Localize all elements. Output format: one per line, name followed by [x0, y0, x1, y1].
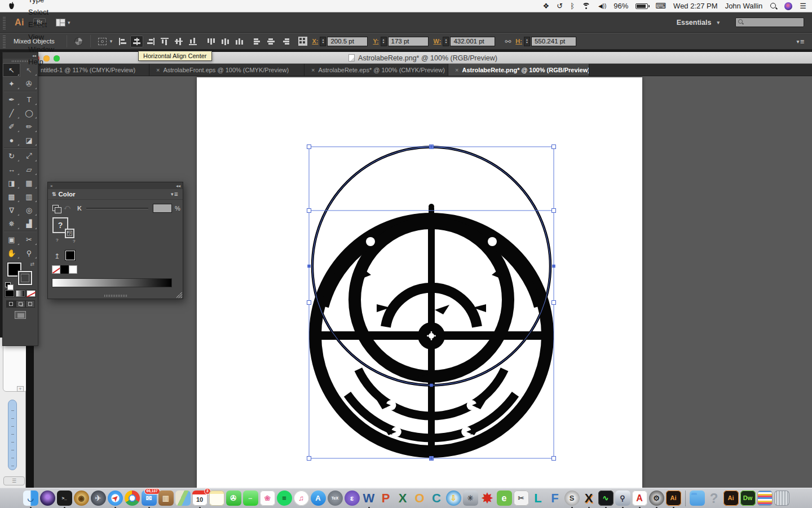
dock-illustrator[interactable]: Ai — [666, 491, 681, 506]
dock-photos[interactable]: ❀ — [260, 491, 275, 506]
dock-gear-app[interactable]: ⚙ — [649, 491, 664, 506]
document-tab-1[interactable]: ×AstrolabeFront.eps @ 100% (CMYK/Preview… — [149, 64, 304, 76]
h-input[interactable]: 550.241 pt — [531, 37, 576, 46]
dock-fusion-360[interactable]: F — [548, 491, 563, 506]
vertical-align-top-button[interactable] — [158, 36, 171, 47]
dock-evernote[interactable]: e — [497, 491, 512, 506]
app-search-box[interactable] — [735, 17, 804, 27]
dock-tex[interactable]: TeX — [328, 491, 343, 506]
menu-window[interactable]: Window — [23, 43, 67, 56]
magic-wand-tool[interactable]: ✦ — [3, 77, 20, 90]
vertical-distribute-top-button[interactable] — [205, 36, 218, 47]
h-stepper[interactable]: ▴▾ — [524, 37, 530, 46]
symbol-sprayer-tool[interactable]: ✵ — [3, 217, 20, 230]
dock-app-store[interactable]: A — [311, 491, 326, 506]
mini-fill-stroke-icon[interactable] — [52, 205, 59, 211]
x-stepper[interactable]: ▴▾ — [320, 37, 326, 46]
dock-finder[interactable]: ◡ — [23, 491, 38, 506]
hand-tool[interactable]: ✋ — [3, 246, 20, 260]
dock-trash[interactable] — [774, 491, 789, 506]
color-button[interactable] — [5, 290, 15, 297]
dock-lync[interactable]: L — [531, 491, 546, 506]
horizontal-distribute-center-button[interactable] — [265, 36, 278, 47]
slice-tool[interactable]: ✂ — [20, 233, 38, 246]
dock-notes[interactable] — [209, 491, 224, 506]
pen-tool[interactable]: ✒ — [3, 93, 20, 106]
zoom-tool[interactable]: ⚲ — [20, 246, 38, 260]
constrain-proportions-icon[interactable]: ⚯ — [505, 37, 511, 46]
vertical-align-center-button[interactable] — [173, 36, 186, 47]
artboard-tool[interactable]: ▣ — [3, 233, 20, 246]
line-segment-tool[interactable]: ╱ — [3, 106, 20, 120]
dock-scissors-app[interactable]: ✂ — [514, 491, 529, 506]
dock-screen-sharing[interactable]: ⚲ — [615, 491, 630, 506]
dock-stripes-app[interactable] — [757, 491, 773, 506]
ellipse-tool[interactable]: ◯ — [20, 106, 38, 120]
y-input[interactable]: 173 pt — [388, 37, 429, 46]
dock-maps[interactable] — [175, 491, 191, 506]
dock-sketch-s[interactable]: S — [564, 491, 580, 506]
selection-tool[interactable]: ↖ — [3, 63, 20, 77]
dock-siri[interactable] — [40, 491, 55, 506]
vertical-align-bottom-button[interactable] — [187, 36, 200, 47]
dock-launchpad[interactable]: ✈ — [91, 491, 106, 506]
current-color-swatch[interactable] — [65, 250, 76, 261]
eyedropper-tool[interactable]: ∇ — [3, 203, 20, 217]
x-input[interactable]: 200.5 pt — [327, 37, 368, 46]
last-color-icon[interactable]: ⤺ — [64, 204, 70, 211]
dock-contacts[interactable]: ▥ — [158, 491, 174, 506]
menu-effect[interactable]: Effect — [23, 19, 67, 31]
reference-point-grid-icon[interactable] — [298, 37, 307, 46]
menu-type[interactable]: Type — [23, 0, 67, 6]
dock-dreamweaver[interactable]: Dw — [740, 491, 756, 506]
dock-remote-desktop[interactable]: ✳ — [463, 491, 478, 506]
gradient-button[interactable] — [15, 290, 25, 297]
search-input[interactable] — [744, 19, 801, 26]
horizontal-distribute-right-button[interactable] — [279, 36, 292, 47]
h-label[interactable]: H: — [515, 38, 522, 45]
column-graph-tool[interactable]: ▟ — [20, 217, 38, 230]
shape-builder-tool[interactable]: ◨ — [3, 176, 20, 190]
dock-mathematica[interactable]: ✸ — [480, 491, 495, 506]
dock-terminal[interactable]: >_ — [57, 491, 72, 506]
k-value-input[interactable] — [153, 204, 172, 213]
arrange-documents-caret-icon[interactable]: ▾ — [68, 20, 70, 25]
mesh-tool[interactable]: ▩ — [3, 190, 20, 203]
document-proxy-icon[interactable] — [348, 54, 355, 62]
white-swatch[interactable] — [69, 265, 77, 274]
lasso-tool[interactable]: ✇ — [20, 77, 38, 90]
tab-close-icon[interactable]: × — [156, 67, 160, 73]
control-panel-menu-icon[interactable]: ▾≣ — [797, 38, 805, 45]
vertical-distribute-bottom-button[interactable] — [233, 36, 246, 47]
dock-excel[interactable]: X — [395, 491, 411, 506]
dock-word[interactable]: W — [361, 491, 377, 506]
tab-close-icon[interactable]: × — [455, 67, 458, 73]
spotlight-icon[interactable] — [770, 2, 777, 10]
time-machine-icon[interactable]: ↺ — [557, 2, 563, 10]
stroke-unknown-swatch[interactable]: ? — [65, 229, 74, 238]
x-label[interactable]: X: — [312, 38, 318, 45]
menu-help[interactable]: Help — [23, 56, 67, 68]
volume-icon[interactable]: ◀)) — [598, 3, 606, 9]
y-stepper[interactable]: ▴▾ — [381, 37, 387, 46]
free-transform-tool[interactable]: ▱ — [20, 163, 38, 176]
dock-downloads-folder[interactable] — [690, 491, 705, 506]
color-panel-menu-icon[interactable]: ▾≣ — [171, 191, 179, 197]
draw-inside-button[interactable] — [25, 300, 35, 308]
horizontal-distribute-left-button[interactable] — [251, 36, 264, 47]
color-panel-tab[interactable]: ⇅ Color — [52, 191, 76, 198]
recolor-artwork-icon[interactable] — [74, 37, 83, 46]
document-tab-2[interactable]: ×AstrolabeRete.eps* @ 100% (CMYK/Preview… — [304, 64, 448, 76]
k-slider[interactable] — [86, 208, 148, 209]
eraser-tool[interactable]: ◪ — [20, 133, 38, 147]
rotate-tool[interactable]: ↻ — [3, 149, 20, 163]
tab-close-icon[interactable]: × — [311, 67, 315, 73]
color-panel-grip[interactable] — [104, 295, 127, 297]
dock-missing-app[interactable]: ? — [707, 491, 722, 506]
w-stepper[interactable]: ▴▾ — [443, 37, 449, 46]
perspective-grid-tool[interactable]: ▦ — [20, 176, 38, 190]
dock-calendar[interactable]: 103 — [192, 491, 208, 506]
apple-menu[interactable] — [8, 2, 15, 10]
w-label[interactable]: W: — [434, 38, 442, 45]
default-fill-stroke-icon[interactable] — [5, 282, 11, 287]
